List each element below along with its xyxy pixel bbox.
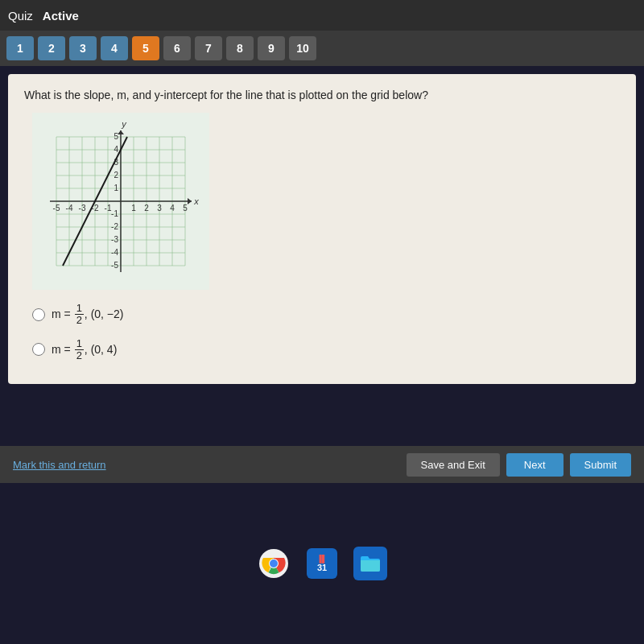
tab-5[interactable]: 5 <box>132 36 159 60</box>
top-bar: Quiz Active <box>0 0 644 31</box>
choice-b-text: m = 12, (0, 4) <box>52 338 117 362</box>
save-exit-button[interactable]: Save and Exit <box>407 453 500 477</box>
bottom-buttons: Save and Exit Next Submit <box>407 453 631 477</box>
tab-2[interactable]: 2 <box>38 36 65 60</box>
tab-3[interactable]: 3 <box>69 36 97 60</box>
calendar-icon[interactable]: ▐▌ 31 <box>307 548 337 579</box>
radio-a[interactable] <box>32 308 45 321</box>
graph-container <box>32 113 620 290</box>
submit-button[interactable]: Submit <box>570 453 631 477</box>
tab-6[interactable]: 6 <box>163 36 191 60</box>
bottom-bar: Mark this and return Save and Exit Next … <box>0 446 644 483</box>
chrome-icon[interactable] <box>257 547 291 580</box>
question-text: What is the slope, m, and y-intercept fo… <box>24 89 620 101</box>
radio-b[interactable] <box>32 343 45 356</box>
quiz-label: Quiz <box>8 9 33 23</box>
status-label: Active <box>43 9 79 23</box>
tabs-bar: 1 2 3 4 5 6 7 8 9 10 <box>0 31 644 66</box>
tab-7[interactable]: 7 <box>195 36 222 60</box>
svg-point-3 <box>270 559 278 568</box>
mark-return-button[interactable]: Mark this and return <box>13 459 106 471</box>
taskbar: ▐▌ 31 <box>0 483 644 644</box>
folder-icon[interactable] <box>353 547 387 580</box>
graph-wrapper <box>32 113 209 290</box>
coordinate-graph <box>32 113 209 290</box>
choice-a[interactable]: m = 12, (0, −2) <box>32 303 620 327</box>
choice-b[interactable]: m = 12, (0, 4) <box>32 338 620 362</box>
tab-1[interactable]: 1 <box>6 36 34 60</box>
answer-choices: m = 12, (0, −2) m = 12, (0, 4) <box>32 303 620 361</box>
tab-10[interactable]: 10 <box>289 36 316 60</box>
tab-4[interactable]: 4 <box>101 36 128 60</box>
main-content: What is the slope, m, and y-intercept fo… <box>8 74 636 384</box>
choice-a-text: m = 12, (0, −2) <box>52 303 124 327</box>
tab-9[interactable]: 9 <box>258 36 285 60</box>
tab-8[interactable]: 8 <box>226 36 254 60</box>
next-button[interactable]: Next <box>506 453 564 477</box>
